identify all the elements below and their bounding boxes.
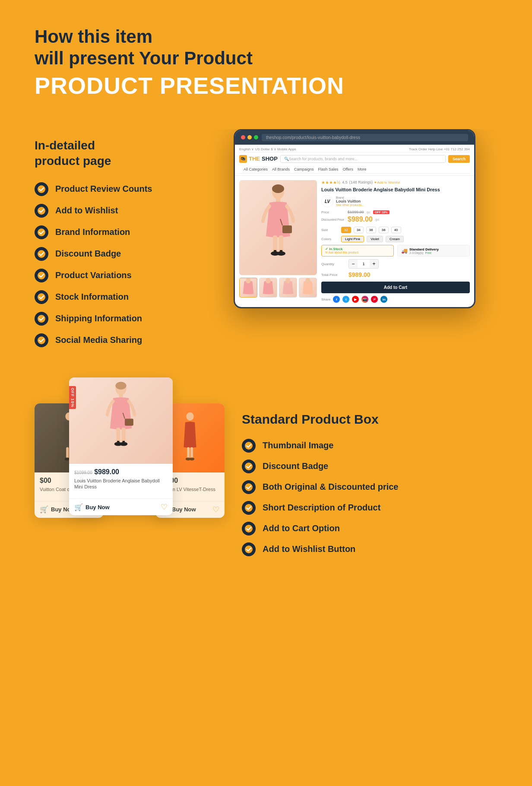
svg-point-9 xyxy=(272,184,284,193)
minimize-btn[interactable] xyxy=(247,135,252,139)
facebook-icon[interactable]: f xyxy=(333,296,340,303)
size-32[interactable]: 32 xyxy=(341,227,351,233)
svg-rect-34 xyxy=(122,428,126,443)
search-button[interactable]: Search xyxy=(448,155,470,163)
browser-bar: theshop.com/product/louis-vuitton-babydo… xyxy=(235,130,474,145)
search-bar[interactable]: 🔍 Search for products, brands and more..… xyxy=(280,155,446,163)
menu-item-flash-sales[interactable]: Flash Sales xyxy=(318,167,339,171)
feature-label-wishlist: Add to Wishlist xyxy=(55,206,118,216)
quantity-row: Quantity − + xyxy=(321,259,470,269)
svg-point-45 xyxy=(245,463,253,470)
instagram-icon[interactable]: 📷 xyxy=(361,296,368,303)
std-feature-item-thumbnail: Thumbnail Image xyxy=(242,439,497,453)
color-violet[interactable]: Violet xyxy=(367,236,383,242)
std-feature-label-discount: Discount Badge xyxy=(263,461,328,471)
size-38[interactable]: 38 xyxy=(379,227,389,233)
std-check-icon-discount xyxy=(242,460,256,473)
wishlist-icon-main[interactable]: ♡ xyxy=(161,502,168,512)
check-icon-stock-info xyxy=(35,290,48,304)
topbar: English ∨ US Dollar $ ∨ Mobile Apps Trac… xyxy=(239,146,470,152)
feature-label-discount-badge: Discount Badge xyxy=(55,249,121,259)
color-cream[interactable]: Cream xyxy=(386,236,404,242)
svg-point-43 xyxy=(189,457,194,460)
main-product-image xyxy=(239,180,317,275)
youtube-icon[interactable]: ▶ xyxy=(352,296,359,303)
product-page-preview: theshop.com/product/louis-vuitton-babydo… xyxy=(203,129,506,308)
shop-header: English ∨ US Dollar $ ∨ Mobile Apps Trac… xyxy=(235,145,474,176)
qty-plus[interactable]: + xyxy=(370,260,378,268)
feature-label-brand-info: Brand Information xyxy=(55,227,130,237)
size-34[interactable]: 34 xyxy=(354,227,364,233)
thumb-3[interactable] xyxy=(279,278,297,298)
wishlist-icon-right[interactable]: ♡ xyxy=(212,505,219,514)
pinterest-icon[interactable]: P xyxy=(371,296,378,303)
feature-item-brand-info: Brand Information xyxy=(35,225,186,239)
svg-point-44 xyxy=(245,442,253,450)
share-row: Share f t ▶ 📷 P in xyxy=(321,296,470,303)
feature-item-discount-badge: Discount Badge xyxy=(35,247,186,261)
product-rating: ★★★★½ 4.5 (148 Ratings) ♥ Add to Wishlis… xyxy=(321,180,470,185)
card-footer-main: 🛒 Buy Now ♡ xyxy=(69,498,173,515)
menu-item-all-categories[interactable]: All Categories xyxy=(244,167,268,171)
buy-now-main[interactable]: 🛒 Buy Now xyxy=(74,503,110,511)
std-check-icon-prices xyxy=(242,480,256,494)
card-img-main: OFF 10% xyxy=(69,377,173,464)
check-icon-social-sharing xyxy=(35,333,48,347)
color-light-pink[interactable]: Light Pink xyxy=(341,236,364,242)
svg-rect-33 xyxy=(116,428,120,443)
feature-item-wishlist: Add to Wishlist xyxy=(35,204,186,218)
check-icon-discount-badge xyxy=(35,247,48,261)
feature-label-social-sharing: Social Media Sharing xyxy=(55,335,142,345)
size-selector: Size 32 34 36 38 40 xyxy=(321,227,470,233)
feature-label-stock-info: Stock Information xyxy=(55,292,129,302)
thumb-1[interactable] xyxy=(239,278,257,298)
std-feature-item-add-wishlist: Add to Wishlist Button xyxy=(242,542,497,556)
feature-label-review-counts: Product Review Counts xyxy=(55,184,152,194)
size-36[interactable]: 36 xyxy=(366,227,376,233)
wishlist-button[interactable]: ♥ Add to Wishlist xyxy=(374,181,400,184)
svg-rect-40 xyxy=(187,447,190,458)
menu-item-all-brands[interactable]: All Brands xyxy=(272,167,290,171)
size-40[interactable]: 40 xyxy=(391,227,401,233)
bottom-section: $00 Vuitton Coat of Arms Dress 🛒 Buy Now… xyxy=(0,364,532,619)
product-name: Louis Vuitton Broderie Anglaise Babydoll… xyxy=(321,187,470,193)
add-to-cart-button[interactable]: Add to Cart xyxy=(321,282,470,293)
brand-logo: LV xyxy=(321,195,333,207)
thumb-4[interactable] xyxy=(299,278,317,298)
shop-logo: 🛍 THE SHOP xyxy=(239,155,278,163)
menu-item-offers[interactable]: Offers xyxy=(343,167,353,171)
window-controls xyxy=(241,135,258,139)
cart-icon-left: 🛒 xyxy=(40,505,48,513)
address-bar[interactable]: theshop.com/product/louis-vuitton-babydo… xyxy=(262,134,468,141)
linkedin-icon[interactable]: in xyxy=(380,296,387,303)
thumb-2[interactable] xyxy=(259,278,277,298)
cart-icon-main: 🛒 xyxy=(74,503,83,511)
std-feature-item-discount: Discount Badge xyxy=(242,460,497,473)
std-feature-label-prices: Both Original & Discounted price xyxy=(263,482,398,492)
qty-minus[interactable]: − xyxy=(349,260,358,268)
logo-icon: 🛍 xyxy=(239,155,247,163)
svg-point-7 xyxy=(38,336,45,344)
quantity-control: − + xyxy=(348,259,379,269)
menu-item-more[interactable]: More xyxy=(358,167,367,171)
svg-point-0 xyxy=(38,185,45,193)
maximize-btn[interactable] xyxy=(254,135,258,139)
svg-rect-37 xyxy=(117,441,119,444)
close-btn[interactable] xyxy=(241,135,245,139)
brand-info: Brand Louis Vuitton See other products..… xyxy=(336,196,364,206)
feature-list: Product Review Counts Add to Wishlist xyxy=(35,182,186,347)
check-icon-wishlist xyxy=(35,204,48,218)
middle-section: In-detailed product page Product Review … xyxy=(0,129,532,364)
product-detail: ★★★★½ 4.5 (148 Ratings) ♥ Add to Wishlis… xyxy=(235,176,474,307)
qty-input[interactable] xyxy=(358,262,370,266)
std-check-icon-add-cart xyxy=(242,522,256,536)
feature-item-shipping-info: Shipping Information xyxy=(35,312,186,326)
std-feature-label-add-wishlist: Add to Wishlist Button xyxy=(263,544,355,554)
product-images xyxy=(239,180,317,303)
twitter-icon[interactable]: t xyxy=(342,296,349,303)
menu-item-campaigns[interactable]: Campaigns xyxy=(294,167,314,171)
check-icon-variations xyxy=(35,269,48,282)
stock-box: ✓ In Stock ✉ Ask about this product xyxy=(321,245,394,257)
check-icon-brand-info xyxy=(35,225,48,239)
stock-delivery: ✓ In Stock ✉ Ask about this product 🚚 St… xyxy=(321,245,470,257)
